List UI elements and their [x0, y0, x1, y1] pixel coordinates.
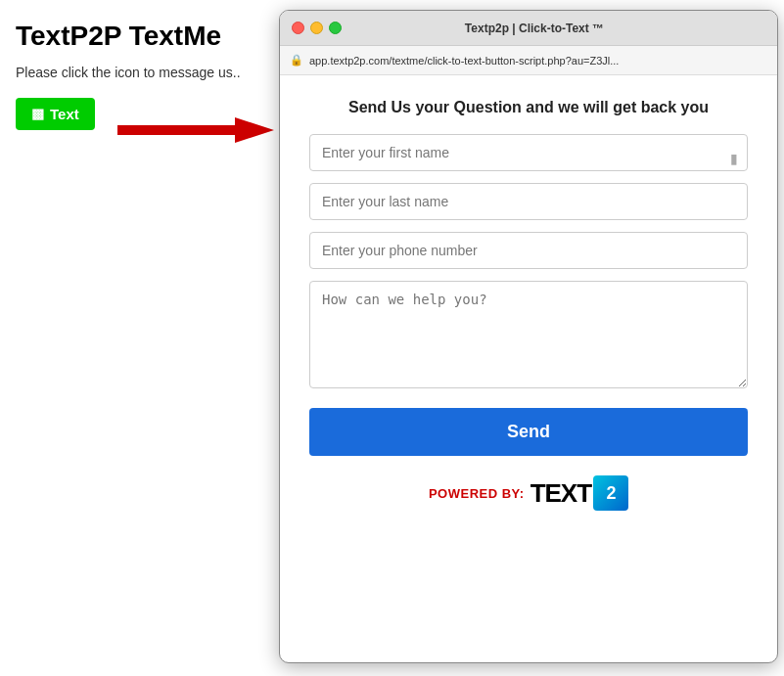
text-button[interactable]: ▩ Text	[16, 98, 95, 130]
page-area: TextP2P TextMe Please click the icon to …	[0, 0, 284, 676]
chat-icon: ▩	[31, 106, 44, 121]
text-button-label: Text	[50, 106, 79, 122]
logo-box	[593, 475, 628, 511]
page-title: TextP2P TextMe	[16, 20, 268, 53]
message-textarea[interactable]	[309, 281, 748, 388]
svg-marker-0	[117, 117, 274, 143]
browser-title: Textp2p | Click-to-Text ™	[303, 22, 765, 35]
page-subtitle: Please click the icon to message us..	[16, 65, 268, 80]
powered-by: POWERED BY: TEXT	[309, 475, 748, 511]
send-button-label: Send	[507, 422, 550, 441]
powered-by-label: POWERED BY:	[429, 486, 525, 501]
send-button[interactable]: Send	[309, 408, 748, 456]
first-name-wrapper: ▮	[309, 134, 748, 183]
lock-icon: 🔒	[290, 54, 303, 67]
browser-content: Send Us your Question and we will get ba…	[280, 75, 777, 663]
last-name-input[interactable]	[309, 183, 748, 220]
logo-text: TEXT	[530, 478, 591, 509]
form-heading: Send Us your Question and we will get ba…	[309, 99, 748, 116]
text2-logo: TEXT	[530, 475, 628, 511]
browser-addressbar: 🔒 app.textp2p.com/textme/click-to-text-b…	[280, 46, 777, 75]
browser-window: Textp2p | Click-to-Text ™ 🔒 app.textp2p.…	[279, 10, 778, 663]
browser-titlebar: Textp2p | Click-to-Text ™	[280, 11, 777, 46]
address-text: app.textp2p.com/textme/click-to-text-but…	[309, 55, 619, 67]
phone-input[interactable]	[309, 232, 748, 269]
arrow-icon	[117, 115, 274, 145]
first-name-input[interactable]	[309, 134, 748, 171]
contact-icon: ▮	[730, 151, 738, 166]
